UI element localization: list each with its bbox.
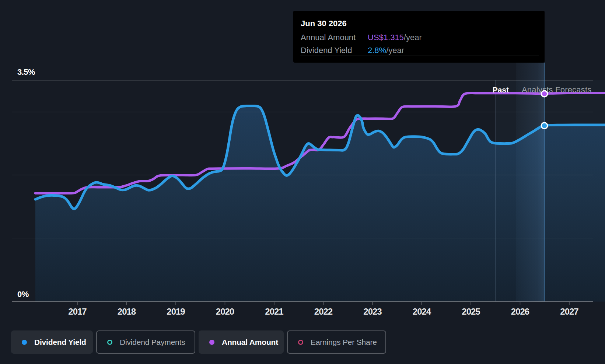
svg-text:Analysts Forecasts: Analysts Forecasts	[522, 85, 591, 94]
svg-text:Past: Past	[493, 85, 509, 94]
